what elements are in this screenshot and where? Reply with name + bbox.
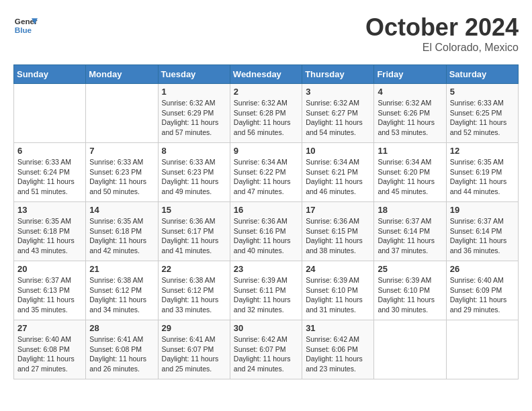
- title-block: October 2024 El Colorado, Mexico: [365, 13, 519, 54]
- calendar-cell: 5Sunrise: 6:33 AMSunset: 6:25 PMDaylight…: [446, 84, 518, 143]
- calendar-cell: 21Sunrise: 6:38 AMSunset: 6:12 PMDayligh…: [86, 261, 158, 320]
- day-info: Sunrise: 6:33 AMSunset: 6:24 PMDaylight:…: [17, 157, 82, 197]
- calendar-cell: 9Sunrise: 6:34 AMSunset: 6:22 PMDaylight…: [230, 143, 302, 202]
- day-number: 7: [89, 146, 154, 156]
- day-number: 10: [306, 146, 370, 156]
- day-number: 8: [162, 146, 226, 156]
- day-number: 9: [234, 146, 298, 156]
- calendar-cell: 20Sunrise: 6:37 AMSunset: 6:13 PMDayligh…: [14, 261, 86, 320]
- day-number: 28: [89, 323, 154, 333]
- day-info: Sunrise: 6:33 AMSunset: 6:23 PMDaylight:…: [89, 157, 154, 197]
- calendar-cell: 7Sunrise: 6:33 AMSunset: 6:23 PMDaylight…: [86, 143, 158, 202]
- day-info: Sunrise: 6:42 AMSunset: 6:06 PMDaylight:…: [306, 334, 370, 374]
- day-info: Sunrise: 6:32 AMSunset: 6:28 PMDaylight:…: [234, 98, 298, 138]
- day-number: 17: [306, 205, 370, 215]
- day-info: Sunrise: 6:40 AMSunset: 6:08 PMDaylight:…: [17, 334, 82, 374]
- calendar-week-row: 13Sunrise: 6:35 AMSunset: 6:18 PMDayligh…: [14, 202, 519, 261]
- day-number: 3: [306, 87, 370, 97]
- day-info: Sunrise: 6:39 AMSunset: 6:10 PMDaylight:…: [306, 275, 370, 315]
- calendar-cell: 12Sunrise: 6:35 AMSunset: 6:19 PMDayligh…: [446, 143, 518, 202]
- day-number: 23: [234, 264, 298, 274]
- calendar-cell: 1Sunrise: 6:32 AMSunset: 6:29 PMDaylight…: [158, 84, 230, 143]
- logo-icon: General Blue: [13, 13, 38, 38]
- calendar-cell: 16Sunrise: 6:36 AMSunset: 6:16 PMDayligh…: [230, 202, 302, 261]
- calendar-cell: [86, 84, 158, 143]
- day-info: Sunrise: 6:40 AMSunset: 6:09 PMDaylight:…: [450, 275, 515, 315]
- day-number: 21: [89, 264, 154, 274]
- svg-text:Blue: Blue: [15, 26, 32, 34]
- day-info: Sunrise: 6:41 AMSunset: 6:07 PMDaylight:…: [162, 334, 226, 374]
- calendar-cell: 18Sunrise: 6:37 AMSunset: 6:14 PMDayligh…: [374, 202, 446, 261]
- day-info: Sunrise: 6:34 AMSunset: 6:20 PMDaylight:…: [378, 157, 442, 197]
- day-number: 16: [234, 205, 298, 215]
- day-info: Sunrise: 6:37 AMSunset: 6:14 PMDaylight:…: [450, 216, 515, 256]
- calendar-week-row: 20Sunrise: 6:37 AMSunset: 6:13 PMDayligh…: [14, 261, 519, 320]
- day-number: 24: [306, 264, 370, 274]
- day-number: 20: [17, 264, 82, 274]
- calendar-cell: 19Sunrise: 6:37 AMSunset: 6:14 PMDayligh…: [446, 202, 518, 261]
- day-info: Sunrise: 6:39 AMSunset: 6:11 PMDaylight:…: [234, 275, 298, 315]
- day-number: 4: [378, 87, 442, 97]
- day-info: Sunrise: 6:32 AMSunset: 6:26 PMDaylight:…: [378, 98, 442, 138]
- day-number: 15: [162, 205, 226, 215]
- day-info: Sunrise: 6:38 AMSunset: 6:12 PMDaylight:…: [89, 275, 154, 315]
- day-info: Sunrise: 6:36 AMSunset: 6:15 PMDaylight:…: [306, 216, 370, 256]
- calendar-cell: 3Sunrise: 6:32 AMSunset: 6:27 PMDaylight…: [302, 84, 374, 143]
- day-number: 5: [450, 87, 515, 97]
- calendar-cell: 30Sunrise: 6:42 AMSunset: 6:07 PMDayligh…: [230, 320, 302, 379]
- day-number: 19: [450, 205, 515, 215]
- day-info: Sunrise: 6:37 AMSunset: 6:14 PMDaylight:…: [378, 216, 442, 256]
- calendar-cell: 15Sunrise: 6:36 AMSunset: 6:17 PMDayligh…: [158, 202, 230, 261]
- weekday-header-row: SundayMondayTuesdayWednesdayThursdayFrid…: [14, 65, 519, 84]
- day-info: Sunrise: 6:41 AMSunset: 6:08 PMDaylight:…: [89, 334, 154, 374]
- calendar-cell: 31Sunrise: 6:42 AMSunset: 6:06 PMDayligh…: [302, 320, 374, 379]
- day-number: 6: [17, 146, 82, 156]
- weekday-header: Monday: [86, 65, 158, 84]
- calendar-week-row: 27Sunrise: 6:40 AMSunset: 6:08 PMDayligh…: [14, 320, 519, 379]
- weekday-header: Sunday: [14, 65, 86, 84]
- day-info: Sunrise: 6:36 AMSunset: 6:17 PMDaylight:…: [162, 216, 226, 256]
- day-number: 26: [450, 264, 515, 274]
- day-info: Sunrise: 6:35 AMSunset: 6:18 PMDaylight:…: [17, 216, 82, 256]
- weekday-header: Friday: [374, 65, 446, 84]
- day-info: Sunrise: 6:42 AMSunset: 6:07 PMDaylight:…: [234, 334, 298, 374]
- calendar-week-row: 1Sunrise: 6:32 AMSunset: 6:29 PMDaylight…: [14, 84, 519, 143]
- location: El Colorado, Mexico: [365, 42, 519, 54]
- calendar-cell: 11Sunrise: 6:34 AMSunset: 6:20 PMDayligh…: [374, 143, 446, 202]
- day-number: 22: [162, 264, 226, 274]
- calendar-cell: 22Sunrise: 6:38 AMSunset: 6:12 PMDayligh…: [158, 261, 230, 320]
- day-number: 11: [378, 146, 442, 156]
- day-info: Sunrise: 6:32 AMSunset: 6:29 PMDaylight:…: [162, 98, 226, 138]
- calendar-cell: 4Sunrise: 6:32 AMSunset: 6:26 PMDaylight…: [374, 84, 446, 143]
- calendar-cell: [374, 320, 446, 379]
- calendar-cell: 13Sunrise: 6:35 AMSunset: 6:18 PMDayligh…: [14, 202, 86, 261]
- day-info: Sunrise: 6:34 AMSunset: 6:22 PMDaylight:…: [234, 157, 298, 197]
- calendar-week-row: 6Sunrise: 6:33 AMSunset: 6:24 PMDaylight…: [14, 143, 519, 202]
- calendar-cell: 25Sunrise: 6:39 AMSunset: 6:10 PMDayligh…: [374, 261, 446, 320]
- day-number: 27: [17, 323, 82, 333]
- weekday-header: Tuesday: [158, 65, 230, 84]
- month-title: October 2024: [365, 13, 519, 42]
- calendar-cell: 17Sunrise: 6:36 AMSunset: 6:15 PMDayligh…: [302, 202, 374, 261]
- day-number: 30: [234, 323, 298, 333]
- day-info: Sunrise: 6:35 AMSunset: 6:19 PMDaylight:…: [450, 157, 515, 197]
- logo: General Blue: [13, 13, 38, 38]
- day-info: Sunrise: 6:32 AMSunset: 6:27 PMDaylight:…: [306, 98, 370, 138]
- calendar-cell: 8Sunrise: 6:33 AMSunset: 6:23 PMDaylight…: [158, 143, 230, 202]
- day-number: 12: [450, 146, 515, 156]
- calendar-cell: 23Sunrise: 6:39 AMSunset: 6:11 PMDayligh…: [230, 261, 302, 320]
- calendar-cell: 10Sunrise: 6:34 AMSunset: 6:21 PMDayligh…: [302, 143, 374, 202]
- calendar-cell: 14Sunrise: 6:35 AMSunset: 6:18 PMDayligh…: [86, 202, 158, 261]
- calendar-cell: 26Sunrise: 6:40 AMSunset: 6:09 PMDayligh…: [446, 261, 518, 320]
- calendar-cell: 2Sunrise: 6:32 AMSunset: 6:28 PMDaylight…: [230, 84, 302, 143]
- day-info: Sunrise: 6:35 AMSunset: 6:18 PMDaylight:…: [89, 216, 154, 256]
- calendar-cell: 6Sunrise: 6:33 AMSunset: 6:24 PMDaylight…: [14, 143, 86, 202]
- day-number: 29: [162, 323, 226, 333]
- calendar-table: SundayMondayTuesdayWednesdayThursdayFrid…: [13, 64, 519, 379]
- day-number: 18: [378, 205, 442, 215]
- day-info: Sunrise: 6:34 AMSunset: 6:21 PMDaylight:…: [306, 157, 370, 197]
- calendar-cell: 29Sunrise: 6:41 AMSunset: 6:07 PMDayligh…: [158, 320, 230, 379]
- day-number: 31: [306, 323, 370, 333]
- day-number: 2: [234, 87, 298, 97]
- weekday-header: Saturday: [446, 65, 518, 84]
